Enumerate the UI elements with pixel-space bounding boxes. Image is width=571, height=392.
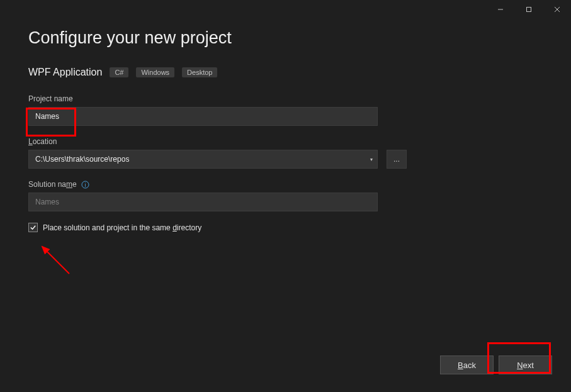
- page-title: Configure your new project: [28, 28, 543, 48]
- tag-csharp: C#: [110, 67, 128, 77]
- annotation-arrow-icon: [35, 239, 79, 283]
- location-label: Location: [28, 137, 543, 146]
- location-input[interactable]: [28, 150, 378, 169]
- minimize-button[interactable]: [486, 0, 514, 19]
- project-name-group: Project name: [28, 94, 543, 126]
- project-name-input[interactable]: [28, 107, 378, 126]
- location-combo[interactable]: ▾: [28, 150, 378, 169]
- project-name-label: Project name: [28, 94, 543, 103]
- template-name: WPF Application: [28, 67, 102, 78]
- svg-line-7: [42, 247, 69, 274]
- template-info-row: WPF Application C# Windows Desktop: [28, 67, 543, 78]
- tag-windows: Windows: [136, 67, 174, 77]
- footer-buttons: Back Next: [440, 356, 552, 374]
- solution-name-input[interactable]: [28, 193, 378, 211]
- next-button[interactable]: Next: [499, 356, 552, 374]
- same-directory-row: Place solution and project in the same d…: [28, 223, 543, 232]
- close-button[interactable]: [543, 0, 571, 19]
- window-titlebar: [0, 0, 571, 19]
- svg-text:i: i: [85, 182, 86, 188]
- maximize-button[interactable]: [514, 0, 543, 19]
- svg-rect-1: [526, 8, 531, 12]
- location-group: Location ▾ ...: [28, 137, 543, 169]
- same-directory-checkbox[interactable]: [28, 223, 38, 232]
- browse-button[interactable]: ...: [387, 150, 407, 169]
- tag-desktop: Desktop: [182, 67, 217, 77]
- solution-name-group: Solution name i: [28, 180, 543, 211]
- info-icon[interactable]: i: [81, 181, 89, 189]
- back-button[interactable]: Back: [440, 356, 494, 374]
- solution-name-label: Solution name i: [28, 180, 543, 189]
- same-directory-label: Place solution and project in the same d…: [43, 223, 201, 232]
